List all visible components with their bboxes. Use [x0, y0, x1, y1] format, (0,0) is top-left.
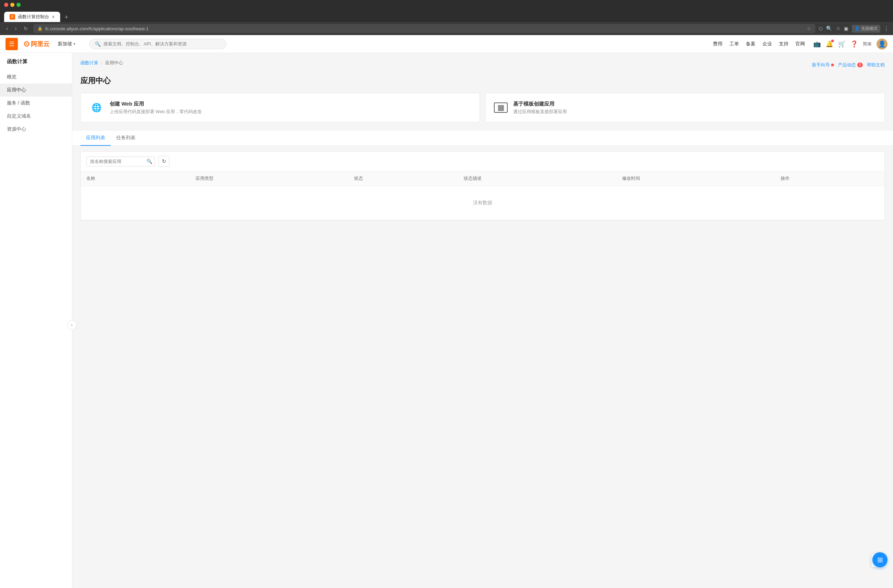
sidebar-item-app-center[interactable]: 应用中心: [0, 84, 72, 97]
sidebar-item-label-overview: 概览: [7, 74, 17, 80]
language-btn[interactable]: 简体: [863, 41, 872, 47]
card-web-title: 创建 Web 应用: [110, 101, 471, 107]
sidebar: 函数计算 概览 应用中心 服务 / 函数 自定义域名 资源中心 ‹: [0, 53, 72, 588]
dot-red: [4, 3, 8, 7]
tab-favicon: F: [10, 14, 15, 20]
card-template-desc: 通过应用模板直接部署应用: [513, 109, 876, 115]
incognito-label: 无痕模式: [861, 26, 878, 32]
table-section: 🔍 ↻ 名称 应用类型 状态 状态描述 修改时间 操作: [80, 151, 885, 220]
sidebar-item-domain[interactable]: 自定义域名: [0, 110, 72, 123]
card-create-web[interactable]: 🌐 创建 Web 应用 上传应用代码直接部署 Web 应用，零代码改造: [80, 93, 480, 122]
dynamics-badge: 5: [857, 63, 863, 68]
search-submit-icon[interactable]: 🔍: [146, 158, 152, 164]
search-browser-icon[interactable]: 🔍: [826, 26, 833, 32]
help-link[interactable]: 帮助文档: [867, 62, 885, 68]
sidebar-item-resource[interactable]: 资源中心: [0, 123, 72, 136]
logo-icon: ⊙: [23, 39, 30, 48]
app-search-input[interactable]: [86, 156, 155, 167]
card-template-icon: ▦: [494, 102, 508, 113]
back-btn[interactable]: ‹: [4, 25, 10, 32]
col-status-desc: 状态描述: [458, 171, 616, 186]
refresh-table-btn[interactable]: ↻: [158, 156, 170, 167]
nav-icon-group: 📺 🔔 🛒 ❓ 简体 👤: [813, 39, 887, 50]
help-icon[interactable]: ❓: [850, 40, 858, 48]
browser-tab[interactable]: F 函数计算控制台 ×: [4, 12, 60, 22]
tab-app-list[interactable]: 应用列表: [80, 131, 111, 146]
star-icon[interactable]: ☆: [836, 26, 840, 32]
search-wrapper: 🔍: [86, 156, 155, 167]
top-nav: ☰ ⊙ 阿里云 新加坡 ▾ 🔍 费用 工单 备案 企业 支持 官网 📺 🔔 🛒 …: [0, 35, 893, 53]
app-layout: 函数计算 概览 应用中心 服务 / 函数 自定义域名 资源中心 ‹ 函数计算 /…: [0, 53, 893, 588]
nav-link-enterprise[interactable]: 企业: [762, 41, 772, 47]
nav-link-support[interactable]: 支持: [779, 41, 789, 47]
new-tab-btn[interactable]: +: [62, 12, 71, 22]
global-search-box[interactable]: 🔍: [89, 39, 227, 49]
extensions-icon[interactable]: ⬡: [819, 26, 822, 31]
col-status: 状态: [349, 171, 458, 186]
forward-btn[interactable]: ›: [13, 25, 18, 32]
help-label: 帮助文档: [867, 62, 885, 68]
table-toolbar: 🔍 ↻: [81, 152, 884, 171]
col-modified-time: 修改时间: [616, 171, 775, 186]
hamburger-menu-icon[interactable]: ☰: [6, 38, 18, 50]
url-bar[interactable]: 🔒 fc.console.aliyun.com/fc/applications/…: [33, 24, 815, 33]
incognito-badge: 👤 无痕模式: [852, 25, 880, 33]
global-search-input[interactable]: [104, 41, 221, 47]
dynamics-label: 产品动态: [838, 62, 856, 68]
cart-icon[interactable]: 🛒: [838, 40, 846, 48]
breadcrumb-current: 应用中心: [105, 60, 123, 66]
nav-links: 费用 工单 备案 企业 支持 官网: [713, 41, 805, 47]
tab-title: 函数计算控制台: [18, 14, 49, 20]
lock-icon: 🔒: [38, 26, 43, 31]
card-create-template[interactable]: ▦ 基于模板创建应用 通过应用模板直接部署应用: [486, 93, 885, 122]
user-avatar[interactable]: 👤: [876, 39, 887, 50]
col-name: 名称: [81, 171, 190, 186]
logo-text: 阿里云: [31, 40, 50, 48]
search-icon: 🔍: [95, 41, 101, 47]
sidebar-item-label-domain: 自定义域名: [7, 113, 31, 119]
logo[interactable]: ⊙ 阿里云: [23, 39, 50, 48]
region-label: 新加坡: [58, 41, 72, 47]
breadcrumb-separator: /: [101, 60, 102, 66]
refresh-btn[interactable]: ↻: [22, 25, 30, 32]
sidebar-item-overview[interactable]: 概览: [0, 71, 72, 84]
guide-label: 新手向导: [812, 62, 830, 68]
menu-dots-icon[interactable]: ⋮: [884, 26, 889, 32]
region-arrow-icon: ▾: [74, 42, 75, 46]
tab-close-btn[interactable]: ×: [52, 14, 55, 20]
nav-link-official[interactable]: 官网: [795, 41, 805, 47]
incognito-icon: 👤: [854, 26, 860, 31]
nav-link-filing[interactable]: 备案: [746, 41, 756, 47]
data-table: 名称 应用类型 状态 状态描述 修改时间 操作 没有数据: [81, 171, 884, 220]
tab-task-list[interactable]: 任务列表: [111, 131, 141, 146]
sidebar-item-label-resource: 资源中心: [7, 126, 26, 132]
screen-icon[interactable]: ▣: [844, 26, 848, 31]
notification-icon[interactable]: 🔔: [825, 40, 833, 48]
nav-link-ticket[interactable]: 工单: [729, 41, 739, 47]
sidebar-item-label-service: 服务 / 函数: [7, 100, 30, 106]
tab-bar: 应用列表 任务列表: [72, 131, 893, 146]
guide-dot: [831, 64, 834, 66]
float-grid-btn[interactable]: ⊞: [872, 552, 887, 567]
dot-green: [17, 3, 21, 7]
page-header-actions: 新手向导 产品动态 5 帮助文档: [812, 62, 885, 68]
page-title: 应用中心: [80, 76, 885, 86]
bookmark-icon[interactable]: ☆: [807, 26, 811, 31]
card-web-icon: 🌐: [89, 100, 104, 115]
dot-yellow: [10, 3, 14, 7]
col-type: 应用类型: [190, 171, 349, 186]
sidebar-collapse-btn[interactable]: ‹: [67, 320, 77, 330]
region-selector[interactable]: 新加坡 ▾: [55, 39, 78, 48]
guide-link[interactable]: 新手向导: [812, 62, 834, 68]
nav-link-cost[interactable]: 费用: [713, 41, 723, 47]
sidebar-item-service[interactable]: 服务 / 函数: [0, 97, 72, 110]
sidebar-item-label-app-center: 应用中心: [7, 87, 26, 93]
empty-row: 没有数据: [81, 186, 884, 220]
notification-dot: [831, 39, 834, 42]
dynamics-link[interactable]: 产品动态 5: [838, 62, 863, 68]
main-content: 函数计算 / 应用中心 新手向导 产品动态 5 帮助文档 应用中心: [72, 53, 893, 588]
empty-text: 没有数据: [81, 186, 884, 220]
breadcrumb-link-fc[interactable]: 函数计算: [80, 60, 98, 66]
breadcrumb: 函数计算 / 应用中心: [80, 60, 123, 66]
tv-icon[interactable]: 📺: [813, 40, 821, 48]
